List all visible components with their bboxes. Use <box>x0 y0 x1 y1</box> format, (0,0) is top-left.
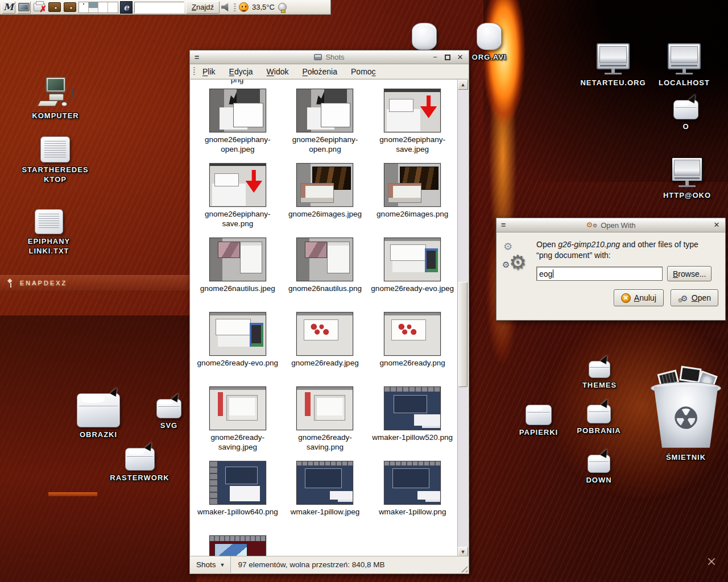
menu-widok[interactable]: Widok <box>267 67 289 76</box>
dialog-close-button[interactable]: ✕ <box>713 221 721 229</box>
desktop-icon-file[interactable] <box>411 23 438 50</box>
workspace-2[interactable] <box>89 2 98 13</box>
minimize-button[interactable]: − <box>431 53 439 61</box>
desktop-icon-org-avi[interactable]: ORG.AVI <box>471 23 507 62</box>
file-item[interactable]: gnome26images.png <box>369 161 456 236</box>
application-input[interactable]: eog <box>536 267 663 281</box>
lightbulb-icon[interactable] <box>278 3 287 11</box>
file-item[interactable]: gnome26images.jpeg <box>282 161 369 236</box>
desktop-icon-netarteu-org[interactable]: NETARTEU.ORG <box>581 43 645 88</box>
file-thumbnail <box>384 163 441 207</box>
file-thumbnail <box>296 89 353 132</box>
location-dropdown[interactable]: Shots▼ <box>191 556 231 573</box>
file-thumbnail <box>384 89 441 132</box>
dialog-titlebar[interactable]: = ⚙⚙ Open With ✕ <box>497 218 725 232</box>
file-item[interactable]: gnome26ready.jpeg <box>282 310 369 385</box>
file-thumbnail <box>209 312 266 356</box>
workspace-1[interactable] <box>79 2 89 13</box>
close-button[interactable]: ✕ <box>456 53 464 61</box>
desktop-icon-label: OBRAZKI <box>80 430 117 439</box>
desktop-icon-themes[interactable]: THEMES <box>578 361 621 390</box>
desktop-icon-papierki[interactable]: PAPIERKI <box>514 405 564 437</box>
file-item[interactable]: gnome26epiphany-open.jpeg <box>194 87 282 161</box>
open-button[interactable]: ⚙⚙Open <box>671 289 718 306</box>
workspace-3[interactable] <box>98 2 108 13</box>
epiphany-launcher[interactable]: e <box>120 1 133 14</box>
desktop-icon-pobrania[interactable]: POBRANIA <box>573 405 624 435</box>
file-item[interactable]: gnome26nautilus.png <box>282 236 369 310</box>
desktop-icon-localhost[interactable]: LOCALHOST <box>653 43 715 88</box>
file-item[interactable]: gnome26nautilus.jpeg <box>194 236 282 310</box>
file-name: wmaker-1pillow640.png <box>197 507 278 517</box>
printer-disabled-icon <box>34 3 45 11</box>
scroll-up-button[interactable]: ▲ <box>458 80 468 90</box>
desktop-icon-rasterwork[interactable]: RASTERWORK <box>107 448 172 483</box>
menu-edycja[interactable]: Edycja <box>229 67 253 76</box>
file-item[interactable]: wmaker-1pillow.jpeg <box>282 459 369 534</box>
file-name: wmaker-1pillow.png <box>379 507 446 517</box>
temperature-smiley-icon <box>239 2 249 12</box>
file-item[interactable]: wmaker-1pillow.png <box>369 459 456 534</box>
file-item[interactable]: gnome26ready.png <box>369 310 456 385</box>
file-item[interactable]: gnome26ready-saving.png <box>282 385 369 459</box>
maximize-button[interactable] <box>445 55 450 60</box>
folder-icon <box>125 448 155 471</box>
file-item[interactable] <box>194 534 282 557</box>
vertical-scrollbar[interactable]: ▲ ▼ <box>457 80 468 557</box>
folder-icon <box>589 361 610 378</box>
trash-icon: ☢ <box>651 371 721 450</box>
folder-icon <box>526 405 552 425</box>
document-icon <box>35 209 63 234</box>
volume-icon[interactable] <box>221 3 231 11</box>
file-name: gnome26epiphany-open.png <box>282 135 367 154</box>
workspace-4[interactable] <box>108 2 118 13</box>
window-menu-button[interactable]: = <box>195 55 199 60</box>
file-item[interactable]: gnome26epiphany-save.png <box>194 161 282 236</box>
menu-położenia[interactable]: Położenia <box>303 67 338 76</box>
find-button[interactable]: Znajdź <box>186 1 220 14</box>
desktop-icon-httpoko[interactable]: HTTP@OKO <box>659 157 715 200</box>
dialog-menu-button[interactable]: = <box>501 222 506 228</box>
file-thumbnail <box>296 312 353 356</box>
desktop-icon-startheredesktop[interactable]: STARTHEREDES KTOP <box>22 136 89 184</box>
file-thumbnail <box>296 461 353 505</box>
file-item[interactable]: wmaker-1pillow520.png <box>369 385 456 459</box>
panel-search-input[interactable] <box>134 2 184 13</box>
mozilla-launcher[interactable]: M <box>2 1 15 14</box>
desktop-icon-o[interactable]: O <box>671 100 701 131</box>
resize-grip[interactable] <box>459 564 468 572</box>
file-item[interactable]: gnome26epiphany-open.png <box>282 87 369 161</box>
scrollbar-thumb[interactable] <box>458 282 468 387</box>
printer-launcher[interactable] <box>32 1 46 14</box>
desktop-icon-label: EPIPHANY LINKI.TXT <box>28 236 70 256</box>
cancel-button[interactable]: ✕Anuluj <box>614 289 664 306</box>
file-item[interactable]: gnome26epiphany-save.jpeg <box>369 87 456 161</box>
desktop-icon-obrazki[interactable]: OBRAZKI <box>67 393 130 439</box>
chevron-down-icon: ▼ <box>220 562 225 568</box>
drawer-launcher-1[interactable] <box>48 1 61 14</box>
monitor-icon <box>671 157 703 182</box>
workspace-pager[interactable] <box>78 2 118 13</box>
display-launcher[interactable] <box>17 1 31 14</box>
file-thumbnail <box>296 386 353 430</box>
scrollbar-trough[interactable] <box>458 90 468 547</box>
file-thumbnail <box>209 163 266 207</box>
folder-icon <box>156 399 181 418</box>
file-thumbnail <box>296 238 353 281</box>
browse-button[interactable]: Browse... <box>667 266 712 281</box>
desktop-icon-komputer[interactable]: KOMPUTER <box>23 77 88 120</box>
file-item[interactable]: gnome26ready-saving.jpeg <box>194 385 282 459</box>
menu-plik[interactable]: Plik <box>202 67 216 76</box>
desktop-icon-epiphany-linki[interactable]: EPIPHANY LINKI.TXT <box>17 209 81 256</box>
file-item[interactable]: gnome26ready-evo.jpeg <box>369 236 456 310</box>
file-item[interactable]: wmaker-1pillow640.png <box>194 459 282 534</box>
desktop-icon-smietnik[interactable]: ☢ ŚMIETNIK <box>644 371 727 462</box>
menu-pomoc[interactable]: Pomoc <box>351 67 376 76</box>
drawer-launcher-2[interactable] <box>63 1 77 14</box>
desktop-icon-svg[interactable]: SVG <box>149 399 189 430</box>
desktop-icon-down[interactable]: DOWN <box>577 455 621 485</box>
file-grid: gnome26epiphany-open.jpeggnome26epiphany… <box>194 87 456 557</box>
top-panel: M e Znajdź 33,5°C <box>0 0 331 15</box>
window-titlebar[interactable]: = Shots − ✕ <box>190 51 469 64</box>
file-item[interactable]: gnome26ready-evo.png <box>194 310 282 385</box>
